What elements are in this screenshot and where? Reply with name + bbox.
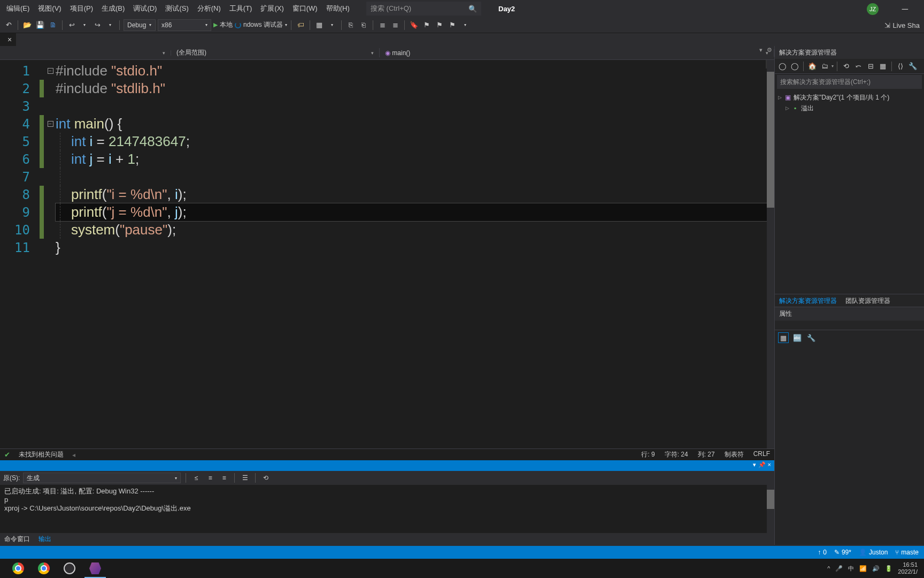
char-indicator: 字符: 24 <box>665 450 688 459</box>
menu-帮助(H)[interactable]: 帮助(H) <box>322 2 354 16</box>
toolbar-icon[interactable]: ▦ <box>314 20 325 31</box>
toolbar-icon[interactable]: ⚑ <box>447 20 458 31</box>
file-tab[interactable]: × <box>0 33 16 46</box>
tab-output[interactable]: 输出 <box>34 533 56 545</box>
debugger-selector[interactable]: 本地ndows 调试器▾ <box>220 20 287 29</box>
properties-toolbar: ▦ 🔤 🔧 <box>775 330 924 345</box>
menu-项目(P)[interactable]: 项目(P) <box>66 2 97 16</box>
save-all-icon[interactable]: 🗎 <box>48 20 58 31</box>
user-avatar[interactable]: JZ <box>867 3 879 15</box>
mic-icon[interactable]: 🎤 <box>835 565 843 572</box>
solution-search[interactable]: 搜索解决方案资源管理器(Ctrl+;) <box>777 75 922 89</box>
nav-function-dropdown[interactable]: ◉ main()▾ <box>380 49 774 57</box>
close-icon[interactable]: × <box>768 461 771 468</box>
upload-icon: ↑ <box>818 549 821 556</box>
branch-status[interactable]: ⑂maste <box>895 549 919 556</box>
search-box[interactable]: 搜索 (Ctrl+Q) 🔍 <box>366 2 481 16</box>
show-all-icon[interactable]: ▦ <box>877 61 888 72</box>
wifi-icon[interactable]: 📶 <box>859 565 867 572</box>
menu-调试(D)[interactable]: 调试(D) <box>129 2 161 16</box>
menu-生成(B)[interactable]: 生成(B) <box>97 2 129 16</box>
clock[interactable]: 16:51 2022/1/ <box>898 561 918 575</box>
project-icon: ▪ <box>791 104 799 112</box>
indent-icon[interactable]: ≣ <box>377 20 388 31</box>
open-file-icon[interactable]: 📂 <box>22 20 33 31</box>
taskbar-obs[interactable] <box>57 559 82 578</box>
play-icon[interactable]: ▶ <box>213 21 218 28</box>
menu-扩展(X)[interactable]: 扩展(X) <box>256 2 288 16</box>
user-status[interactable]: 👤Juston <box>859 549 888 556</box>
output-text[interactable]: 已启动生成: 项目: 溢出, 配置: Debug Win32 ------ p … <box>0 485 774 533</box>
toolbar-icon[interactable]: 🏷 <box>295 20 306 31</box>
output-source-dropdown[interactable]: 生成▾ <box>23 473 181 483</box>
taskbar-chrome2[interactable] <box>31 559 57 578</box>
home-icon[interactable]: 🏠 <box>807 61 818 72</box>
volume-icon[interactable]: 🔊 <box>872 565 880 572</box>
back-icon[interactable]: ◯ <box>777 61 788 72</box>
solution-tree[interactable]: ▷ ▣ 解决方案"Day2"(1 个项目/共 1 个) ▷ ▪ 溢出 <box>775 90 924 294</box>
tab-team-explorer[interactable]: 团队资源管理器 <box>841 294 895 307</box>
switch-view-icon[interactable]: 🗂 <box>819 61 830 72</box>
output-icon[interactable]: ☰ <box>240 473 250 483</box>
wrench-icon[interactable]: 🔧 <box>806 332 817 343</box>
editor-gear-icon[interactable]: ⚙ <box>766 46 773 54</box>
tree-project-node[interactable]: ▷ ▪ 溢出 <box>775 103 924 113</box>
live-share-button[interactable]: ⇲ Live Sha <box>880 17 924 33</box>
solution-explorer-toolbar: ◯ ◯ 🏠 🗂 ▾ ⟲ ⤺ ⊟ ▦ ⟨⟩ 🔧 <box>775 59 924 74</box>
sync-icon[interactable]: ⟲ <box>841 61 851 72</box>
output-icon[interactable]: ≡ <box>205 473 215 483</box>
close-icon[interactable]: × <box>7 35 12 44</box>
tree-solution-node[interactable]: ▷ ▣ 解决方案"Day2"(1 个项目/共 1 个) <box>775 92 924 103</box>
tabs-indicator: 制表符 <box>725 450 744 459</box>
undo-icon[interactable]: ↩ <box>66 20 77 31</box>
platform-dropdown[interactable]: x86▾ <box>158 19 211 31</box>
tab-command-window[interactable]: 命令窗口 <box>0 533 34 545</box>
code-scrollbar[interactable] <box>767 60 774 448</box>
nav-scope-dropdown[interactable]: (全局范围)▾ <box>171 48 380 57</box>
nav-project-dropdown[interactable]: ▾ <box>0 50 171 56</box>
chevron-up-icon[interactable]: ^ <box>827 565 830 572</box>
toolbar-icon[interactable]: ⎘ <box>345 20 356 31</box>
toolbar-icon[interactable]: ⚑ <box>421 20 432 31</box>
outdent-icon[interactable]: ≣ <box>390 20 401 31</box>
menu-编辑(E)[interactable]: 编辑(E) <box>2 2 34 16</box>
bookmark-icon[interactable]: 🔖 <box>409 20 419 31</box>
save-icon[interactable]: 💾 <box>35 20 45 31</box>
nav-back-icon[interactable]: ↶ <box>3 20 14 31</box>
forward-icon[interactable]: ◯ <box>789 61 800 72</box>
taskbar-chrome[interactable] <box>5 559 31 578</box>
menu-测试(S)[interactable]: 测试(S) <box>161 2 192 16</box>
edits-status[interactable]: ✎99* <box>834 549 851 556</box>
taskbar-visualstudio[interactable] <box>82 559 108 578</box>
battery-icon[interactable]: 🔋 <box>885 565 892 572</box>
toolbar-icon[interactable]: ⚑ <box>434 20 445 31</box>
output-icon[interactable]: ≤ <box>191 473 202 483</box>
categorize-icon[interactable]: ▦ <box>778 332 789 343</box>
menu-工具(T)[interactable]: 工具(T) <box>225 2 257 16</box>
menu-分析(N)[interactable]: 分析(N) <box>193 2 225 16</box>
collapse-icon[interactable]: ⊟ <box>865 61 876 72</box>
search-placeholder: 搜索 (Ctrl+Q) <box>371 4 411 13</box>
output-icon[interactable]: ≡ <box>219 473 229 483</box>
upload-status[interactable]: ↑0 <box>818 549 827 556</box>
properties-grid[interactable] <box>775 345 924 545</box>
properties-icon[interactable]: 🔧 <box>907 61 918 72</box>
pin-icon[interactable]: 📌 <box>758 461 766 468</box>
code-icon[interactable]: ⟨⟩ <box>895 61 906 72</box>
alpha-icon[interactable]: 🔤 <box>792 332 803 343</box>
toolbar-icon[interactable]: ⎗ <box>358 20 369 31</box>
code-text[interactable]: #include "stdio.h"#include "stdlib.h"int… <box>56 60 774 448</box>
code-area[interactable]: 1234567891011 −− #include "stdio.h"#incl… <box>0 60 774 448</box>
editor-options-icon[interactable]: ▾ <box>757 46 765 54</box>
refresh-icon[interactable]: ⤺ <box>853 61 864 72</box>
redo-icon[interactable]: ↪ <box>92 20 103 31</box>
dropdown-icon[interactable]: ▾ <box>753 461 756 468</box>
system-tray[interactable]: ^ 🎤 中 📶 🔊 🔋 16:51 2022/1/ <box>823 559 922 578</box>
ime-icon[interactable]: 中 <box>848 565 854 573</box>
output-icon[interactable]: ⟲ <box>260 473 271 483</box>
window-minimize[interactable]: ─ <box>902 4 908 14</box>
menu-窗口(W)[interactable]: 窗口(W) <box>288 2 322 16</box>
config-dropdown[interactable]: Debug▾ <box>124 19 156 31</box>
menu-视图(V)[interactable]: 视图(V) <box>34 2 65 16</box>
tab-solution-explorer[interactable]: 解决方案资源管理器 <box>775 294 841 307</box>
